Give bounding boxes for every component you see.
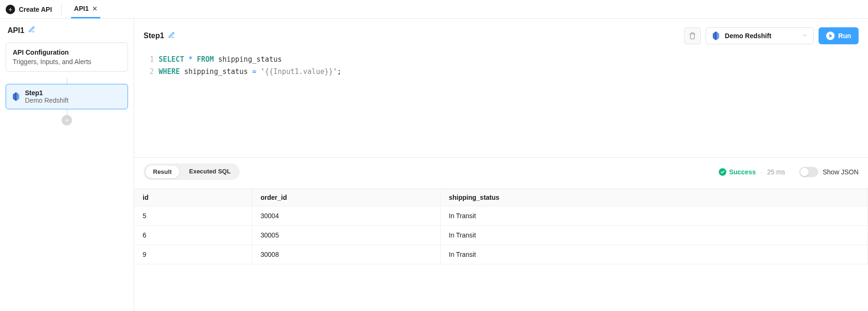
connector-line bbox=[67, 109, 67, 115]
timing-label: 25 ms bbox=[767, 168, 785, 176]
redshift-icon bbox=[712, 31, 720, 41]
edit-icon[interactable] bbox=[168, 32, 175, 41]
step-header: Step1 Demo bbox=[134, 19, 868, 49]
api-name-header: API1 bbox=[6, 26, 128, 35]
table-row[interactable]: 530004In Transit bbox=[134, 206, 868, 226]
check-icon bbox=[719, 168, 726, 176]
table-row[interactable]: 930008In Transit bbox=[134, 245, 868, 264]
table-cell: 5 bbox=[134, 206, 252, 226]
column-header[interactable]: order_id bbox=[252, 189, 440, 206]
separator: · bbox=[761, 168, 763, 176]
table-cell: 30005 bbox=[252, 226, 440, 245]
step-name-label: Step1 bbox=[144, 32, 164, 40]
show-json-toggle[interactable] bbox=[799, 167, 818, 177]
edit-icon[interactable] bbox=[28, 26, 35, 35]
results-table: idorder_idshipping_status 530004In Trans… bbox=[134, 188, 868, 311]
result-tabs: Result Executed SQL bbox=[144, 164, 240, 180]
divider bbox=[61, 4, 62, 15]
column-header[interactable]: id bbox=[134, 189, 252, 206]
database-selector[interactable]: Demo Redshift bbox=[706, 27, 814, 44]
table-header-row: idorder_idshipping_status bbox=[134, 189, 868, 206]
top-tabs-bar: + Create API API1 ✕ bbox=[0, 0, 868, 19]
run-label: Run bbox=[838, 32, 851, 40]
tab-label: API1 bbox=[74, 5, 88, 12]
status-label: Success bbox=[729, 168, 756, 176]
table-cell: In Transit bbox=[440, 245, 868, 264]
connector-line bbox=[67, 78, 67, 84]
table-cell: In Transit bbox=[440, 226, 868, 245]
db-name-label: Demo Redshift bbox=[725, 32, 772, 40]
tab-executed-sql[interactable]: Executed SQL bbox=[182, 165, 238, 179]
api-configuration-card[interactable]: API Configuration Triggers, Inputs, and … bbox=[6, 42, 128, 72]
chevron-down-icon bbox=[802, 32, 808, 40]
show-json-label: Show JSON bbox=[823, 168, 859, 176]
tab-api1[interactable]: API1 ✕ bbox=[71, 0, 100, 18]
code-editor[interactable]: 1SELECT * FROM shipping_status2WHERE shi… bbox=[134, 49, 868, 157]
api-name-label: API1 bbox=[8, 26, 24, 35]
table-cell: 30004 bbox=[252, 206, 440, 226]
api-config-title: API Configuration bbox=[13, 49, 121, 56]
table-cell: 6 bbox=[134, 226, 252, 245]
results-panel: Result Executed SQL Success · 25 ms Show… bbox=[134, 157, 868, 311]
column-header[interactable]: shipping_status bbox=[440, 189, 868, 206]
redshift-icon bbox=[12, 92, 20, 101]
results-header: Result Executed SQL Success · 25 ms Show… bbox=[134, 158, 868, 188]
table-row[interactable]: 630005In Transit bbox=[134, 226, 868, 245]
delete-button[interactable] bbox=[684, 27, 701, 44]
run-button[interactable]: Run bbox=[819, 27, 859, 44]
close-icon[interactable]: ✕ bbox=[92, 5, 97, 12]
table-cell: In Transit bbox=[440, 206, 868, 226]
status-area: Success · 25 ms Show JSON bbox=[719, 167, 859, 177]
tab-result[interactable]: Result bbox=[145, 165, 180, 179]
table-cell: 9 bbox=[134, 245, 252, 264]
sidebar: API1 API Configuration Triggers, Inputs,… bbox=[0, 19, 134, 311]
step-name-header: Step1 bbox=[144, 32, 175, 41]
step-subtitle: Demo Redshift bbox=[25, 97, 69, 104]
api-config-subtitle: Triggers, Inputs, and Alerts bbox=[13, 58, 121, 65]
step-title: Step1 bbox=[25, 89, 69, 97]
plus-icon: + bbox=[6, 5, 15, 14]
play-icon bbox=[826, 32, 835, 40]
add-step-button[interactable]: + bbox=[62, 115, 72, 125]
create-api-label: Create API bbox=[19, 6, 52, 13]
create-api-button[interactable]: + Create API bbox=[6, 5, 52, 14]
main-panel: Step1 Demo bbox=[134, 19, 868, 311]
status-badge: Success bbox=[719, 168, 756, 176]
table-cell: 30008 bbox=[252, 245, 440, 264]
step-card-step1[interactable]: Step1 Demo Redshift bbox=[6, 84, 128, 109]
trash-icon bbox=[689, 32, 696, 40]
